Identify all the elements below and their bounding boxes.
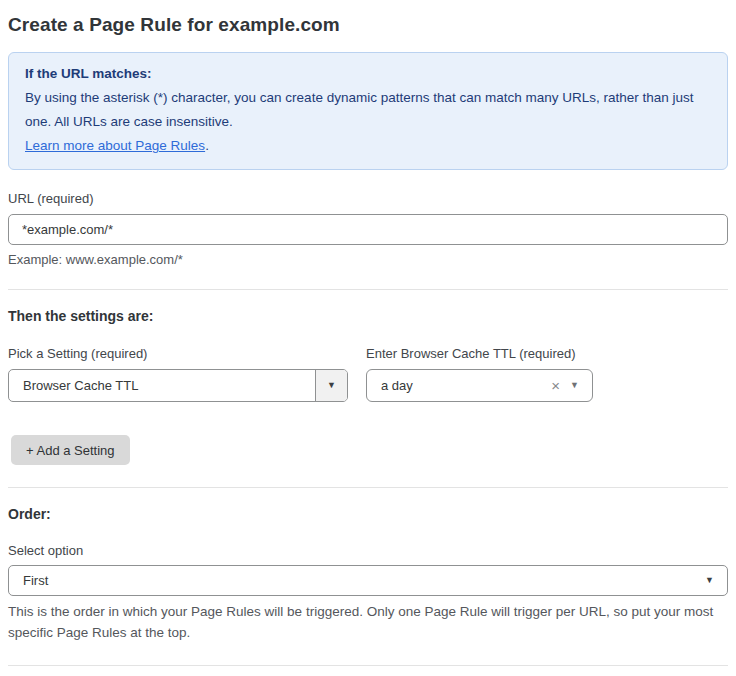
info-box-link-line: Learn more about Page Rules. xyxy=(25,134,711,158)
ttl-label: Enter Browser Cache TTL (required) xyxy=(366,346,593,361)
url-match-info-box: If the URL matches: By using the asteris… xyxy=(8,52,728,170)
settings-section-heading: Then the settings are: xyxy=(8,308,728,324)
ttl-value: a day xyxy=(367,378,545,393)
select-arrow-cell[interactable]: ▼ xyxy=(315,370,347,401)
link-suffix: . xyxy=(205,138,209,153)
order-help-text: This is the order in which your Page Rul… xyxy=(8,601,728,643)
settings-row: Pick a Setting (required) Browser Cache … xyxy=(8,346,728,402)
pick-setting-value: Browser Cache TTL xyxy=(9,378,315,393)
order-select[interactable]: First ▼ xyxy=(8,565,728,596)
create-page-rule-form: Create a Page Rule for example.com If th… xyxy=(0,0,736,676)
divider xyxy=(8,665,728,666)
order-value: First xyxy=(9,573,705,588)
divider xyxy=(8,289,728,290)
setting-column: Pick a Setting (required) Browser Cache … xyxy=(8,346,348,402)
chevron-down-icon: ▼ xyxy=(570,381,592,390)
learn-more-link[interactable]: Learn more about Page Rules xyxy=(25,138,205,153)
divider xyxy=(8,487,728,488)
url-field-label: URL (required) xyxy=(8,191,728,206)
url-input[interactable] xyxy=(8,214,728,245)
ttl-column: Enter Browser Cache TTL (required) a day… xyxy=(366,346,593,402)
info-box-body: By using the asterisk (*) character, you… xyxy=(25,86,711,134)
order-section-heading: Order: xyxy=(8,506,728,522)
url-field-hint: Example: www.example.com/* xyxy=(8,252,728,267)
info-box-heading: If the URL matches: xyxy=(25,62,711,86)
chevron-down-icon: ▼ xyxy=(705,576,727,585)
page-title: Create a Page Rule for example.com xyxy=(8,14,728,36)
add-setting-button[interactable]: + Add a Setting xyxy=(11,435,130,465)
pick-setting-label: Pick a Setting (required) xyxy=(8,346,348,361)
order-select-label: Select option xyxy=(8,543,728,558)
pick-setting-select[interactable]: Browser Cache TTL ▼ xyxy=(8,369,348,402)
chevron-down-icon: ▼ xyxy=(327,381,336,390)
ttl-select[interactable]: a day × ▼ xyxy=(366,369,593,402)
clear-icon[interactable]: × xyxy=(545,377,570,394)
